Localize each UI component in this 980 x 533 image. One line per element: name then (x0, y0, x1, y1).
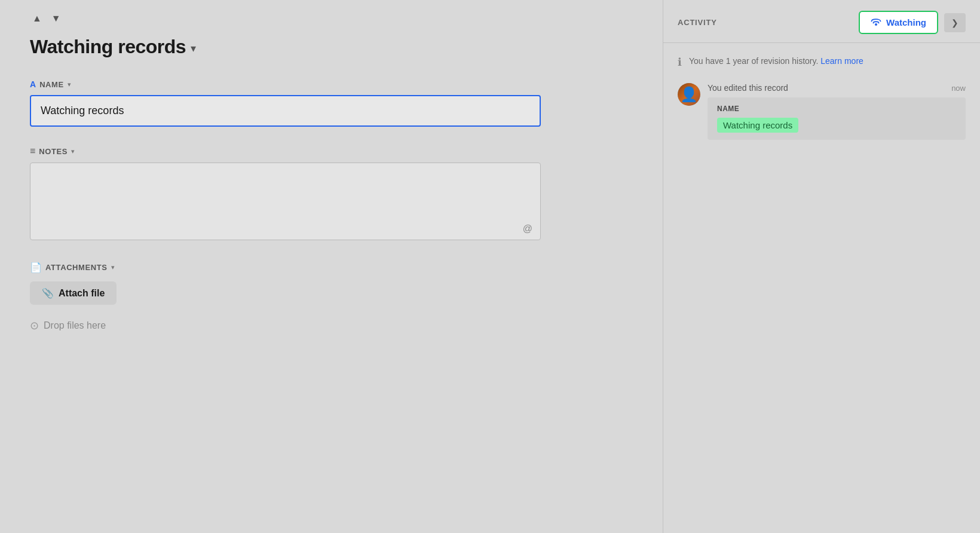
notes-field-section: ≡ NOTES ▾ @ (30, 146, 633, 243)
watching-button[interactable]: Watching (859, 11, 938, 34)
notes-wrapper: @ (30, 163, 541, 243)
notes-textarea[interactable] (30, 163, 541, 240)
change-field-name: NAME (717, 105, 956, 113)
name-field-chevron-icon[interactable]: ▾ (68, 81, 71, 88)
activity-header-row: You edited this record now (708, 83, 966, 93)
paperclip-icon: 📎 (42, 287, 54, 299)
watching-label: Watching (886, 17, 926, 27)
svg-point-0 (875, 23, 877, 26)
left-panel: ▲ ▼ Watching records ▾ A NAME ▾ ≡ NOTES … (0, 0, 663, 533)
watching-broadcast-icon (871, 17, 881, 28)
drop-files-label: Drop files here (44, 320, 106, 331)
name-input[interactable] (30, 95, 541, 127)
attach-file-button[interactable]: 📎 Attach file (30, 281, 117, 305)
attachments-field-label-text: ATTACHMENTS (45, 263, 108, 272)
activity-entry: You edited this record now NAME Watching… (678, 83, 966, 140)
activity-content: ℹ You have 1 year of revision history. L… (663, 43, 980, 533)
name-field-label: A NAME ▾ (30, 79, 633, 89)
collapse-icon: ❯ (951, 18, 958, 27)
notes-field-type-icon: ≡ (30, 146, 35, 157)
activity-description: You edited this record (708, 83, 788, 93)
at-mention-icon: @ (523, 223, 532, 234)
drop-files-zone: ⊙ Drop files here (30, 319, 633, 332)
attachments-field-type-icon: 📄 (30, 262, 42, 273)
avatar-image (678, 83, 700, 106)
attach-file-label: Attach file (59, 288, 105, 299)
right-panel-header: ACTIVITY Watching ❯ (663, 0, 980, 43)
info-icon: ℹ (678, 56, 682, 69)
record-title-row: Watching records ▾ (30, 36, 633, 58)
name-field-section: A NAME ▾ (30, 79, 633, 127)
name-field-type-icon: A (30, 79, 36, 89)
collapse-panel-button[interactable]: ❯ (944, 13, 966, 32)
notes-field-label-text: NOTES (39, 147, 68, 156)
name-field-label-text: NAME (39, 80, 64, 89)
attachments-field-label: 📄 ATTACHMENTS ▾ (30, 262, 633, 273)
activity-label: ACTIVITY (678, 18, 717, 27)
drop-download-icon: ⊙ (30, 319, 39, 332)
activity-body: You edited this record now NAME Watching… (708, 83, 966, 140)
notes-field-label: ≡ NOTES ▾ (30, 146, 633, 157)
learn-more-link[interactable]: Learn more (820, 56, 863, 66)
notes-field-chevron-icon[interactable]: ▾ (71, 148, 75, 155)
avatar (678, 83, 700, 106)
activity-time: now (951, 84, 966, 93)
nav-down-button[interactable]: ▼ (49, 12, 63, 25)
activity-change-box: NAME Watching records (708, 97, 966, 140)
nav-up-button[interactable]: ▲ (30, 12, 44, 25)
attachments-field-section: 📄 ATTACHMENTS ▾ 📎 Attach file ⊙ Drop fil… (30, 262, 633, 332)
page-title: Watching records (30, 36, 186, 58)
revision-text: You have 1 year of revision history. Lea… (689, 55, 863, 68)
change-value: Watching records (717, 118, 798, 133)
title-dropdown-icon[interactable]: ▾ (191, 42, 196, 55)
attachments-field-chevron-icon[interactable]: ▾ (111, 264, 115, 271)
nav-arrows: ▲ ▼ (30, 12, 633, 25)
right-panel: ACTIVITY Watching ❯ ℹ (663, 0, 980, 533)
revision-notice: ℹ You have 1 year of revision history. L… (678, 55, 966, 69)
